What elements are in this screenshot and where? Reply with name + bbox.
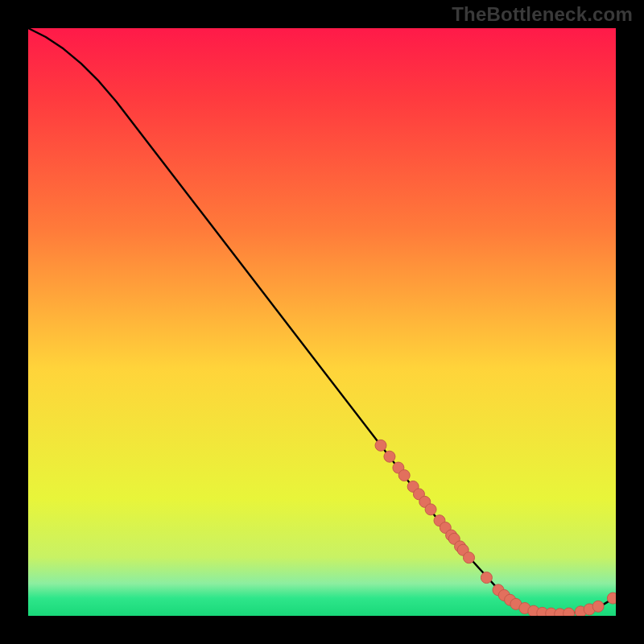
data-point [384,451,395,462]
data-point [564,608,575,616]
chart-frame: TheBottleneck.com [0,0,644,644]
data-point [425,504,436,515]
gradient-background [28,28,616,616]
data-point [398,470,410,481]
chart-svg [28,28,616,616]
data-point [375,440,386,451]
data-point [607,592,616,604]
data-point [464,552,475,564]
plot-area [28,28,616,616]
watermark: TheBottleneck.com [452,3,633,26]
data-point [592,601,604,612]
data-point [481,572,492,584]
